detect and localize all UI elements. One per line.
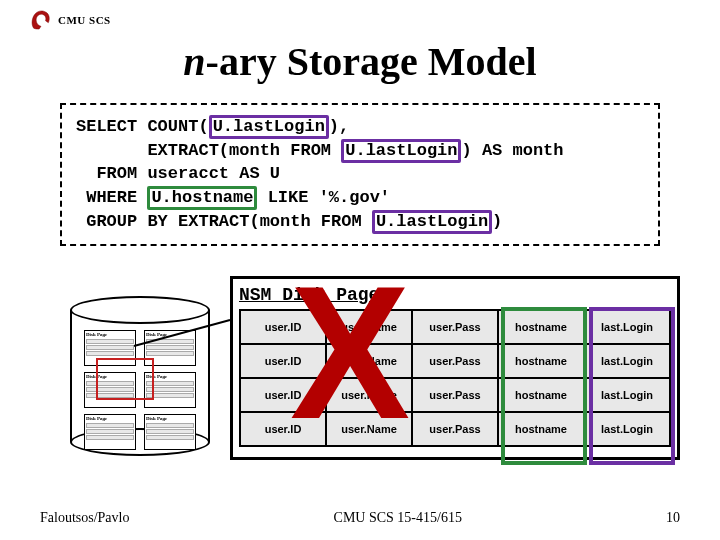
slide-header: CMU SCS xyxy=(30,8,690,32)
footer-page-number: 10 xyxy=(666,510,680,526)
table-row: user.IDuser.Nameuser.Passhostnamelast.Lo… xyxy=(240,378,670,412)
table-cell: user.Pass xyxy=(412,378,498,412)
table-cell: user.Name xyxy=(326,378,412,412)
table-cell: hostname xyxy=(498,378,584,412)
slide-title: n-ary Storage Model xyxy=(30,38,690,85)
table-cell: user.Pass xyxy=(412,412,498,446)
table-cell: last.Login xyxy=(584,344,670,378)
disk-cylinder-icon: Disk Page Disk Page Disk Page Disk Page … xyxy=(70,296,210,456)
table-cell: hostname xyxy=(498,412,584,446)
highlight-lastlogin: U.lastLogin xyxy=(209,115,329,139)
nsm-page-title: NSM Disk Page xyxy=(239,285,671,305)
scs-label: CMU SCS xyxy=(58,14,111,26)
table-cell: last.Login xyxy=(584,378,670,412)
table-cell: last.Login xyxy=(584,310,670,344)
table-cell: user.Pass xyxy=(412,310,498,344)
mini-page: Disk Page xyxy=(144,372,196,408)
table-cell: user.Name xyxy=(326,344,412,378)
table-cell: hostname xyxy=(498,344,584,378)
table-cell: user.ID xyxy=(240,344,326,378)
mini-page: Disk Page xyxy=(84,330,136,366)
mini-page: Disk Page xyxy=(144,330,196,366)
nsm-disk-page: NSM Disk Page user.IDuser.Nameuser.Passh… xyxy=(230,276,680,460)
table-cell: user.ID xyxy=(240,310,326,344)
table-cell: user.ID xyxy=(240,412,326,446)
highlight-lastlogin: U.lastLogin xyxy=(372,210,492,234)
table-cell: hostname xyxy=(498,310,584,344)
table-cell: user.Name xyxy=(326,412,412,446)
table-row: user.IDuser.Nameuser.Passhostnamelast.Lo… xyxy=(240,344,670,378)
footer-course: CMU SCS 15-415/615 xyxy=(334,510,462,526)
sql-query-box: SELECT COUNT(U.lastLogin), EXTRACT(month… xyxy=(60,103,660,246)
cmu-griffin-logo xyxy=(30,8,52,32)
table-cell: user.Name xyxy=(326,310,412,344)
highlight-lastlogin: U.lastLogin xyxy=(341,139,461,163)
footer-authors: Faloutsos/Pavlo xyxy=(40,510,129,526)
mini-pages-grid: Disk Page Disk Page Disk Page Disk Page … xyxy=(84,330,196,450)
table-cell: user.Pass xyxy=(412,344,498,378)
highlight-hostname: U.hostname xyxy=(147,186,257,210)
diagram-area: Disk Page Disk Page Disk Page Disk Page … xyxy=(50,266,670,486)
mini-page: Disk Page xyxy=(84,414,136,450)
slide-footer: Faloutsos/Pavlo CMU SCS 15-415/615 10 xyxy=(40,510,680,526)
table-row: user.IDuser.Nameuser.Passhostnamelast.Lo… xyxy=(240,412,670,446)
table-cell: user.ID xyxy=(240,378,326,412)
mini-page: Disk Page xyxy=(84,372,136,408)
nsm-table: user.IDuser.Nameuser.Passhostnamelast.Lo… xyxy=(239,309,671,447)
table-cell: last.Login xyxy=(584,412,670,446)
table-row: user.IDuser.Nameuser.Passhostnamelast.Lo… xyxy=(240,310,670,344)
mini-page: Disk Page xyxy=(144,414,196,450)
